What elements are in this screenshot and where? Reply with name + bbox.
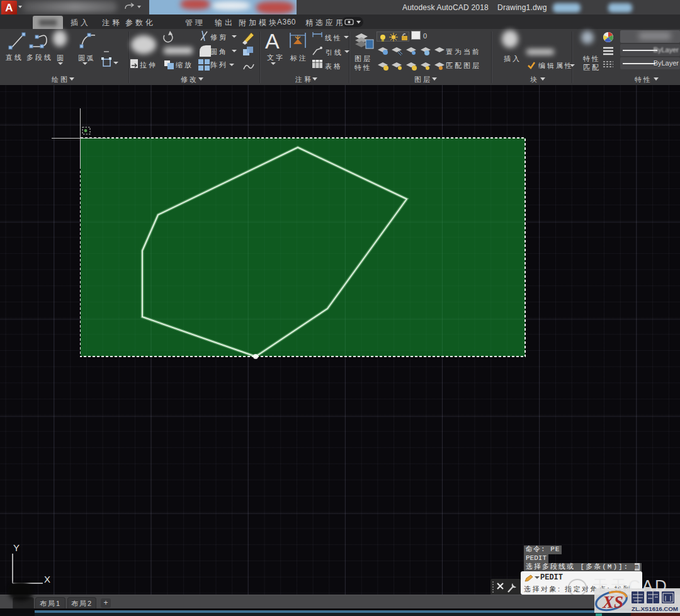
svg-text:XS: XS bbox=[602, 593, 623, 612]
svg-text:Y: Y bbox=[13, 542, 20, 553]
svg-text:X: X bbox=[44, 574, 50, 585]
svg-text:ZL.XS1616.COM: ZL.XS1616.COM bbox=[632, 605, 678, 612]
